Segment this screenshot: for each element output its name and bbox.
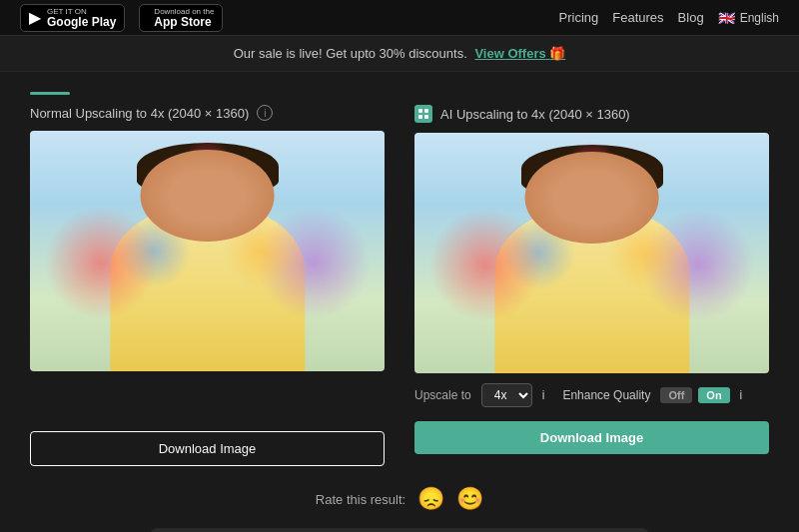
right-child-image	[414, 133, 769, 373]
rating-label: Rate this result:	[316, 492, 405, 507]
tab-indicator	[30, 92, 70, 95]
google-play-icon: ▶	[29, 8, 41, 27]
happy-rating-button[interactable]: 😊	[456, 486, 483, 512]
rating-section: Rate this result: 😞 😊	[30, 486, 769, 512]
main-content: Normal Upscaling to 4x (2040 × 1360) i D…	[0, 72, 799, 532]
google-play-main: Google Play	[47, 16, 116, 28]
language-selector[interactable]: 🇬🇧 English	[718, 10, 779, 26]
right-panel-title: AI Upscaling to 4x (2040 × 1360)	[440, 107, 630, 122]
features-link[interactable]: Features	[612, 10, 663, 25]
sale-banner: Our sale is live! Get upto 30% discounts…	[0, 36, 799, 72]
sale-text: Our sale is live! Get upto 30% discounts…	[234, 46, 467, 61]
left-child-image	[30, 131, 385, 371]
view-offers-link[interactable]: View Offers 🎁	[474, 46, 565, 61]
left-panel: Normal Upscaling to 4x (2040 × 1360) i D…	[30, 92, 385, 466]
svg-rect-0	[418, 109, 422, 113]
toggle-on-option[interactable]: On	[698, 387, 729, 403]
upscale-label: Upscale to	[414, 388, 471, 402]
app-store-main: App Store	[154, 16, 214, 28]
blog-link[interactable]: Blog	[678, 10, 704, 25]
color-overlay-right	[414, 133, 769, 373]
svg-rect-1	[424, 109, 428, 113]
left-info-icon[interactable]: i	[257, 105, 273, 121]
right-panel-header: AI Upscaling to 4x (2040 × 1360)	[414, 105, 769, 123]
google-play-badge[interactable]: ▶ GET IT ON Google Play	[20, 4, 125, 32]
gift-icon: 🎁	[549, 46, 565, 61]
right-download-button[interactable]: Download Image	[414, 421, 769, 454]
pricing-link[interactable]: Pricing	[559, 10, 599, 25]
left-panel-header: Normal Upscaling to 4x (2040 × 1360) i	[30, 105, 385, 121]
color-overlay	[30, 131, 385, 371]
right-image-container	[414, 133, 769, 373]
svg-rect-2	[418, 115, 422, 119]
svg-rect-3	[424, 115, 428, 119]
bulk-upscale-banner: Want to Upscale Images in bulk? Get Earl…	[150, 528, 649, 532]
upscale-controls: Upscale to 4x 2x 3x i Enhance Quality Of…	[414, 383, 769, 407]
left-download-button[interactable]: Download Image	[30, 431, 385, 466]
left-panel-title: Normal Upscaling to 4x (2040 × 1360)	[30, 106, 249, 121]
toggle-off-option[interactable]: Off	[660, 387, 692, 403]
language-label: English	[740, 11, 779, 25]
ai-icon	[414, 105, 432, 123]
right-panel: AI Upscaling to 4x (2040 × 1360) Upscale…	[414, 92, 769, 454]
upscale-select[interactable]: 4x 2x 3x	[481, 383, 532, 407]
comparison-panels: Normal Upscaling to 4x (2040 × 1360) i D…	[30, 92, 769, 466]
app-store-badge[interactable]: Download on the App Store	[139, 4, 223, 32]
sad-rating-button[interactable]: 😞	[417, 486, 444, 512]
flag-icon: 🇬🇧	[718, 10, 735, 26]
header: ▶ GET IT ON Google Play Download on the …	[0, 0, 799, 36]
enhance-quality-toggle[interactable]: Off On	[660, 387, 729, 403]
left-image-container	[30, 131, 385, 371]
enhance-label: Enhance Quality	[562, 388, 650, 402]
upscale-info-icon[interactable]: i	[542, 388, 545, 402]
enhance-info-icon[interactable]: i	[740, 388, 743, 402]
